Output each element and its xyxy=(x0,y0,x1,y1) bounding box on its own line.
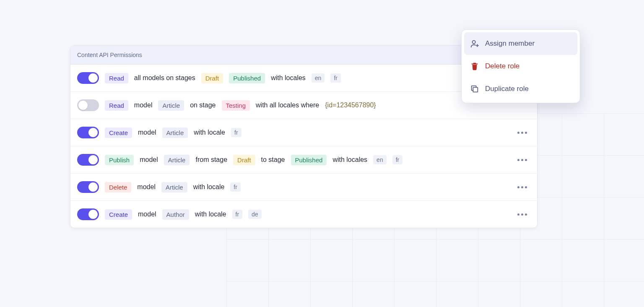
permission-row: DeletemodelArticlewith localefr xyxy=(70,174,537,201)
row-actions-button[interactable] xyxy=(514,128,530,137)
enable-toggle[interactable] xyxy=(77,127,99,138)
role-context-menu: Assign memberDelete roleDuplicate role xyxy=(461,29,580,103)
menu-item-duplicate[interactable]: Duplicate role xyxy=(464,78,577,100)
menu-item-assign[interactable]: Assign member xyxy=(464,32,577,55)
model-pill: Author xyxy=(162,209,189,220)
ellipsis-icon xyxy=(517,186,519,188)
ellipsis-icon xyxy=(517,159,519,161)
stage-pill: Draft xyxy=(201,73,223,83)
locale-pill: fr xyxy=(232,210,243,219)
permission-row: CreatemodelAuthorwith localefrde xyxy=(70,201,537,228)
permission-row: CreatemodelArticlewith localefr xyxy=(70,119,537,146)
enable-toggle[interactable] xyxy=(77,72,99,84)
enable-toggle[interactable] xyxy=(77,208,99,220)
ellipsis-icon xyxy=(521,213,523,216)
ellipsis-icon xyxy=(521,132,523,134)
ellipsis-icon xyxy=(521,186,523,188)
stage-pill: Published xyxy=(291,155,327,165)
ellipsis-icon xyxy=(525,159,527,161)
locale-pill: en xyxy=(373,155,387,164)
ellipsis-icon xyxy=(517,132,519,134)
menu-item-delete[interactable]: Delete role xyxy=(464,55,577,78)
delete-icon xyxy=(470,62,479,71)
menu-item-label: Delete role xyxy=(485,62,519,70)
row-actions-button[interactable] xyxy=(514,183,530,192)
action-pill: Publish xyxy=(105,155,134,165)
rule-text: model xyxy=(138,129,156,136)
row-actions-button[interactable] xyxy=(514,210,530,219)
rule-text: with locales xyxy=(271,74,306,82)
rule-text: all models on stages xyxy=(134,74,195,82)
condition-text: {id=1234567890} xyxy=(325,101,376,109)
permission-row: PublishmodelArticlefrom stageDraftto sta… xyxy=(70,146,537,174)
toggle-thumb xyxy=(88,73,98,83)
ellipsis-icon xyxy=(525,186,527,188)
ellipsis-icon xyxy=(521,159,523,161)
rule-text: model xyxy=(138,211,156,218)
stage-pill: Published xyxy=(229,73,265,83)
rule-text: model xyxy=(140,156,158,164)
enable-toggle[interactable] xyxy=(77,154,99,166)
stage-pill: Draft xyxy=(233,155,255,165)
action-pill: Create xyxy=(105,127,132,138)
svg-rect-1 xyxy=(473,87,478,92)
assign-icon xyxy=(470,39,479,48)
model-pill: Article xyxy=(158,100,184,111)
locale-pill: de xyxy=(248,210,262,219)
rule-text: to stage xyxy=(261,156,285,164)
rule-text: from stage xyxy=(195,156,227,164)
rule-text: with locale xyxy=(193,183,225,191)
rule-text: with all locales where xyxy=(256,101,319,109)
menu-item-label: Assign member xyxy=(485,39,535,48)
locale-pill: fr xyxy=(231,128,242,137)
rule-text: model xyxy=(137,183,156,191)
action-pill: Read xyxy=(105,73,128,83)
svg-point-0 xyxy=(473,41,475,44)
locale-pill: fr xyxy=(330,73,341,83)
ellipsis-icon xyxy=(525,213,527,216)
rule-text: model xyxy=(134,101,153,109)
model-pill: Article xyxy=(161,182,187,193)
model-pill: Article xyxy=(164,155,190,165)
rule-text: with locale xyxy=(195,211,226,218)
rule-text: on stage xyxy=(190,101,216,109)
stage-pill: Testing xyxy=(222,100,250,111)
locale-pill: fr xyxy=(392,155,403,164)
toggle-thumb xyxy=(78,101,88,110)
toggle-thumb xyxy=(88,210,98,219)
rule-text: with locales xyxy=(332,156,367,164)
toggle-thumb xyxy=(88,182,98,192)
enable-toggle[interactable] xyxy=(77,181,99,193)
ellipsis-icon xyxy=(525,132,527,134)
ellipsis-icon xyxy=(517,213,519,216)
duplicate-icon xyxy=(470,84,479,94)
row-actions-button[interactable] xyxy=(514,156,530,164)
toggle-thumb xyxy=(88,155,98,164)
action-pill: Delete xyxy=(105,182,131,193)
toggle-thumb xyxy=(88,128,98,137)
action-pill: Read xyxy=(105,100,128,111)
model-pill: Article xyxy=(162,127,188,138)
menu-item-label: Duplicate role xyxy=(485,85,529,93)
enable-toggle[interactable] xyxy=(77,99,99,111)
rule-text: with locale xyxy=(194,129,225,136)
locale-pill: fr xyxy=(230,182,241,192)
locale-pill: en xyxy=(312,73,325,83)
action-pill: Create xyxy=(105,209,132,220)
